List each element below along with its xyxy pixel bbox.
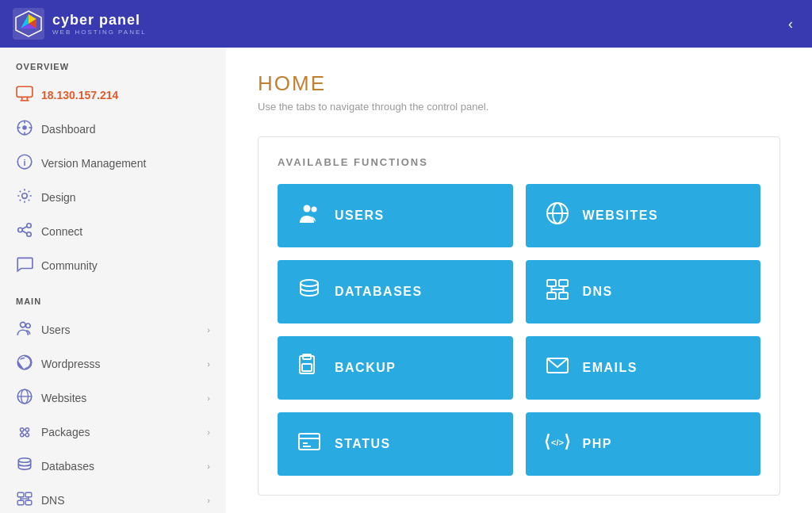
svg-rect-54 (547, 293, 556, 299)
svg-rect-55 (559, 293, 568, 299)
websites-label: Websites (41, 392, 86, 404)
sidebar-item-dashboard[interactable]: Dashboard (0, 112, 226, 146)
svg-point-51 (301, 280, 318, 286)
backup-func-label: BACKUP (335, 361, 396, 375)
logo-title: cyber panel (52, 12, 147, 29)
svg-point-21 (27, 232, 32, 237)
main-content: HOME Use the tabs to navigate through th… (226, 48, 812, 513)
wordpress-arrow: › (207, 359, 210, 369)
packages-icon (16, 422, 32, 442)
svg-text:i: i (23, 158, 25, 167)
svg-rect-6 (17, 86, 33, 97)
svg-point-38 (18, 458, 30, 463)
svg-point-33 (25, 433, 29, 436)
users-func-icon (297, 201, 322, 232)
info-icon: i (16, 153, 32, 173)
main-layout: OVERVIEW 18.130.157.214 Dashboard i Vers… (0, 48, 812, 513)
dashboard-label: Dashboard (41, 123, 96, 136)
svg-point-47 (312, 206, 317, 212)
svg-line-23 (22, 231, 27, 233)
databases-func-icon (297, 277, 322, 308)
svg-point-30 (21, 428, 24, 431)
community-label: Community (41, 259, 98, 272)
function-card-backup[interactable]: BACKUP (278, 336, 513, 400)
functions-container: AVAILABLE FUNCTIONS USERS WEBSITES (258, 136, 780, 496)
sidebar-item-databases[interactable]: Databases › (0, 449, 226, 483)
version-label: Version Management (41, 157, 146, 170)
wordpress-icon (16, 354, 32, 373)
functions-grid: USERS WEBSITES DATABASES (278, 184, 760, 476)
sidebar-item-wordpress[interactable]: Wordpresss › (0, 346, 226, 381)
svg-rect-41 (17, 500, 24, 505)
sidebar-item-connect[interactable]: Connect (0, 214, 226, 248)
logo-text: cyber panel WEB HOSTING PANEL (52, 12, 147, 36)
sidebar-item-websites[interactable]: Websites › (0, 381, 226, 415)
svg-point-18 (22, 193, 28, 199)
sidebar-item-version[interactable]: i Version Management (0, 146, 226, 180)
websites-func-icon (545, 201, 570, 232)
sidebar-item-ip[interactable]: 18.130.157.214 (0, 78, 226, 112)
svg-text:</>: </> (551, 438, 564, 447)
status-func-icon (297, 429, 322, 460)
svg-rect-53 (559, 280, 568, 286)
function-card-php[interactable]: </> PHP (526, 412, 761, 476)
users-arrow: › (207, 325, 210, 335)
sidebar-item-packages[interactable]: Packages › (0, 415, 226, 449)
main-section-label: MAIN (0, 282, 226, 312)
connect-label: Connect (41, 225, 82, 238)
function-card-databases[interactable]: DATABASES (278, 260, 513, 323)
dns-label: DNS (41, 494, 65, 507)
function-card-websites[interactable]: WEBSITES (526, 184, 761, 247)
svg-rect-40 (25, 492, 32, 497)
svg-point-26 (17, 355, 32, 369)
function-card-emails[interactable]: EMAILS (526, 336, 761, 400)
function-card-dns[interactable]: DNS (526, 260, 761, 323)
collapse-button[interactable]: ‹ (782, 13, 799, 36)
page-subtitle: Use the tabs to navigate through the con… (258, 101, 780, 113)
emails-func-icon (545, 353, 570, 384)
users-label: Users (41, 323, 71, 336)
dns-func-label: DNS (583, 285, 613, 299)
databases-arrow: › (207, 461, 210, 471)
emails-func-label: EMAILS (583, 361, 638, 375)
dns-icon (16, 490, 32, 510)
sidebar-item-dns[interactable]: DNS › (0, 483, 226, 513)
users-icon (16, 320, 32, 339)
sidebar-item-community[interactable]: Community (0, 248, 226, 282)
chat-icon (16, 255, 32, 275)
status-func-label: STATUS (335, 437, 391, 451)
ip-address: 18.130.157.214 (41, 89, 118, 101)
svg-point-20 (27, 224, 32, 228)
svg-point-32 (21, 433, 24, 436)
databases-func-label: DATABASES (335, 285, 423, 299)
logo-subtitle: WEB HOSTING PANEL (52, 29, 147, 36)
php-func-label: PHP (583, 437, 612, 451)
svg-rect-61 (302, 364, 312, 371)
dns-arrow: › (207, 496, 210, 505)
svg-rect-39 (17, 492, 24, 497)
svg-point-46 (304, 205, 311, 212)
svg-rect-52 (547, 280, 556, 286)
svg-point-19 (18, 228, 23, 232)
page-title: HOME (258, 71, 780, 96)
svg-point-11 (22, 125, 27, 130)
gear-icon (16, 187, 32, 207)
dashboard-icon (16, 119, 32, 139)
overview-section-label: OVERVIEW (0, 48, 226, 78)
connect-icon (16, 221, 32, 241)
sidebar-item-users[interactable]: Users › (0, 312, 226, 346)
svg-point-24 (21, 322, 26, 327)
monitor-icon (16, 85, 32, 105)
svg-point-31 (25, 428, 29, 431)
sidebar-item-design[interactable]: Design (0, 180, 226, 214)
websites-func-label: WEBSITES (583, 209, 659, 223)
databases-label: Databases (41, 460, 94, 473)
function-card-status[interactable]: STATUS (278, 412, 513, 476)
svg-point-25 (26, 323, 31, 328)
function-card-users[interactable]: USERS (278, 184, 513, 247)
users-func-label: USERS (335, 209, 385, 223)
dns-func-icon (545, 277, 570, 308)
header: cyber panel WEB HOSTING PANEL ‹ (0, 0, 812, 48)
functions-title: AVAILABLE FUNCTIONS (278, 156, 760, 168)
logo-area: cyber panel WEB HOSTING PANEL (13, 8, 147, 40)
